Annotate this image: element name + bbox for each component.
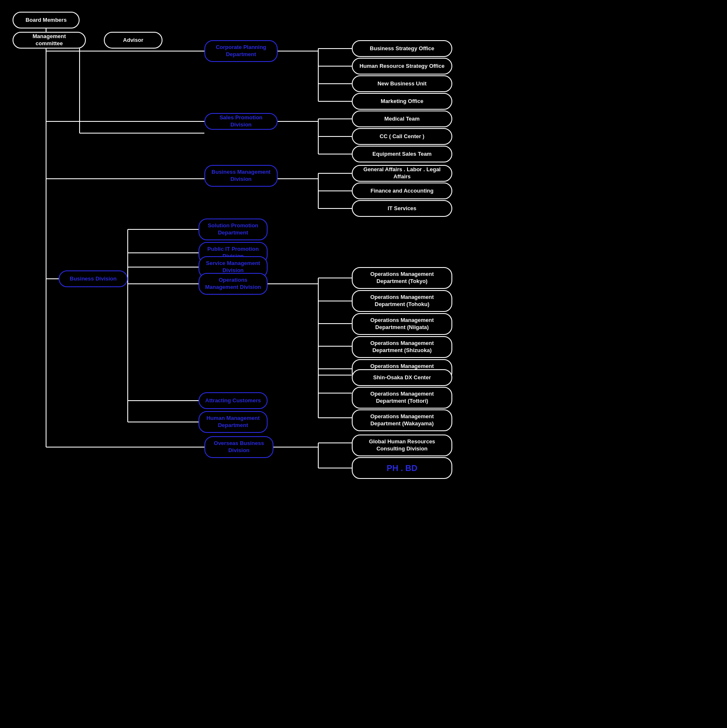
board-members-node: Board Members bbox=[13, 12, 80, 28]
ops-tokyo-node: Operations Management Department (Tokyo) bbox=[352, 267, 452, 289]
sales-promotion-node: Sales Promotion Division bbox=[204, 113, 278, 130]
new-business-node: New Business Unit bbox=[352, 75, 452, 92]
business-division-node: Business Division bbox=[59, 270, 128, 287]
finance-node: Finance and Accounting bbox=[352, 183, 452, 199]
ops-wakayama-node: Operations Management Department (Wakaya… bbox=[352, 409, 452, 431]
general-affairs-node: General Affairs . Labor . Legal Affairs bbox=[352, 165, 452, 182]
ops-tohoku-node: Operations Management Department (Tohoku… bbox=[352, 290, 452, 312]
business-strategy-node: Business Strategy Office bbox=[352, 40, 452, 57]
ph-bd-node: PH . BD bbox=[352, 457, 452, 479]
ops-niigata-node: Operations Management Department (Niigat… bbox=[352, 313, 452, 335]
shin-osaka-node: Shin-Osaka DX Center bbox=[352, 369, 452, 386]
corporate-planning-node: Corporate Planning Department bbox=[204, 40, 278, 62]
org-chart: Board Members Management committee Advis… bbox=[8, 8, 712, 720]
ops-mgmt-div-node: Operations Management Division bbox=[199, 273, 268, 295]
human-mgmt-node: Human Management Department bbox=[199, 411, 268, 433]
hr-strategy-node: Human Resource Strategy Office bbox=[352, 58, 452, 75]
medical-team-node: Medical Team bbox=[352, 111, 452, 127]
overseas-node: Overseas Business Division bbox=[204, 436, 273, 458]
mgmt-committee-node: Management committee bbox=[13, 32, 86, 49]
business-mgmt-node: Business Management Division bbox=[204, 165, 278, 187]
marketing-node: Marketing Office bbox=[352, 93, 452, 110]
cc-node: CC ( Call Center ) bbox=[352, 128, 452, 145]
solution-promo-node: Solution Promotion Department bbox=[199, 219, 268, 240]
ops-tottori-node: Operations Management Department (Tottor… bbox=[352, 387, 452, 409]
equipment-sales-node: Equipment Sales Team bbox=[352, 146, 452, 162]
attracting-node: Attracting Customers bbox=[199, 392, 268, 409]
advisor-node: Advisor bbox=[104, 32, 162, 49]
it-services-node: IT Services bbox=[352, 200, 452, 217]
global-hr-node: Global Human Resources Consulting Divisi… bbox=[352, 435, 452, 456]
ops-shizuoka-node: Operations Management Department (Shizuo… bbox=[352, 336, 452, 358]
